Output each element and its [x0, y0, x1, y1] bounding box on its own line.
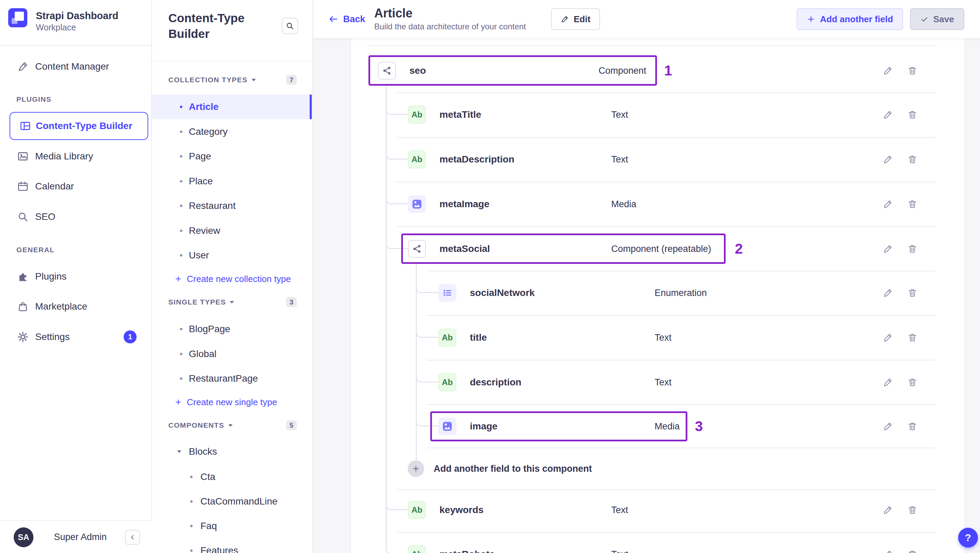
edit-field-button[interactable] — [880, 374, 896, 391]
pencil-icon — [561, 15, 569, 23]
edit-field-button[interactable] — [880, 62, 896, 79]
pencil-icon — [883, 288, 893, 298]
type-item-label: RestaurantPage — [189, 373, 258, 384]
delete-field-button[interactable] — [904, 106, 921, 123]
component-item-cta[interactable]: Cta — [152, 465, 312, 489]
type-item-global[interactable]: Global — [152, 342, 312, 366]
sidebar-item-label: Marketplace — [35, 301, 88, 312]
component-item-ctacommandline[interactable]: CtaCommandLine — [152, 489, 312, 514]
field-name: metaImage — [439, 182, 489, 226]
delete-field-button[interactable] — [904, 241, 921, 257]
avatar[interactable]: SA — [14, 528, 33, 547]
sidebar-item-seo[interactable]: SEO — [0, 203, 152, 230]
save-button[interactable]: Save — [910, 8, 964, 30]
field-row-description[interactable]: AbdescriptionText — [351, 360, 964, 405]
bullet-icon — [190, 550, 192, 552]
nav-section-heading-general: GENERAL — [0, 236, 152, 264]
delete-field-button[interactable] — [904, 502, 921, 518]
component-item-label: Features — [200, 545, 238, 553]
media-field-icon — [438, 418, 456, 435]
edit-field-button[interactable] — [880, 418, 896, 435]
delete-field-button[interactable] — [904, 285, 921, 301]
back-button[interactable]: Back — [328, 12, 365, 27]
field-row-title[interactable]: AbtitleText — [351, 315, 964, 360]
action-create-new-single-type[interactable]: Create new single type — [152, 390, 312, 415]
trash-icon — [907, 110, 918, 120]
pencil-icon — [883, 377, 893, 388]
edit-field-button[interactable] — [880, 285, 896, 301]
sidebar-item-label: Media Library — [35, 151, 93, 162]
collapse-sidebar-button[interactable] — [125, 530, 140, 545]
edit-button[interactable]: Edit — [551, 8, 600, 30]
field-row-metaTitle[interactable]: AbmetaTitleText — [351, 92, 964, 137]
user-name: Super Admin — [54, 532, 107, 542]
delete-field-button[interactable] — [904, 329, 921, 346]
edit-field-button[interactable] — [880, 151, 896, 168]
title-block: Article Build the data architecture of y… — [374, 6, 526, 32]
type-item-user[interactable]: User — [152, 243, 312, 268]
edit-field-button[interactable] — [880, 196, 896, 212]
edit-field-button[interactable] — [880, 546, 896, 553]
sidebar-item-calendar[interactable]: Calendar — [0, 173, 152, 200]
bullet-icon — [180, 180, 182, 183]
field-row-metaSocial[interactable]: metaSocialComponent (repeatable) — [351, 227, 964, 271]
help-button[interactable]: ? — [958, 528, 978, 548]
type-item-place[interactable]: Place — [152, 169, 312, 194]
edit-field-button[interactable] — [880, 329, 896, 346]
field-row-image[interactable]: imageMedia — [351, 404, 964, 448]
sidebar-item-media-library[interactable]: Media Library — [0, 143, 152, 170]
component-category-blocks[interactable]: Blocks — [152, 439, 312, 464]
group-heading-collection-types[interactable]: COLLECTION TYPES7 — [152, 68, 312, 92]
active-accent-bar — [310, 95, 312, 119]
field-type: Media — [655, 404, 680, 448]
sidebar-item-content-type-builder[interactable]: Content-Type Builder — [10, 112, 148, 140]
pencil-icon — [883, 421, 893, 431]
delete-field-button[interactable] — [904, 418, 921, 435]
component-item-faq[interactable]: Faq — [152, 514, 312, 538]
field-row-metaImage[interactable]: metaImageMedia — [351, 182, 964, 226]
delete-field-button[interactable] — [904, 62, 921, 79]
action-create-new-collection-type[interactable]: Create new collection type — [152, 267, 312, 291]
field-row-metaRobots[interactable]: AbmetaRobotsText — [351, 532, 964, 553]
field-row-keywords[interactable]: AbkeywordsText — [351, 488, 964, 532]
field-name: metaRobots — [439, 532, 495, 553]
edit-field-button[interactable] — [880, 106, 896, 123]
sidebar-item-settings[interactable]: Settings1 — [0, 323, 152, 351]
field-row-socialNetwork[interactable]: socialNetworkEnumeration — [351, 271, 964, 315]
type-item-review[interactable]: Review — [152, 218, 312, 243]
field-row-metaDescription[interactable]: AbmetaDescriptionText — [351, 137, 964, 181]
sidebar-item-content-manager[interactable]: Content Manager — [0, 53, 152, 80]
group-count-badge: 5 — [286, 421, 297, 431]
delete-field-button[interactable] — [904, 546, 921, 553]
field-row-seo[interactable]: seoComponent — [351, 48, 964, 93]
field-name: seo — [409, 48, 426, 93]
component-item-features[interactable]: Features — [152, 538, 312, 553]
group-heading-single-types[interactable]: SINGLE TYPES3 — [152, 290, 312, 315]
type-item-article[interactable]: Article — [152, 95, 312, 119]
type-item-restaurant[interactable]: Restaurant — [152, 194, 312, 218]
page-title: Article — [374, 6, 526, 21]
type-item-category[interactable]: Category — [152, 119, 312, 144]
delete-field-button[interactable] — [904, 196, 921, 212]
add-another-field-button[interactable]: Add another field — [797, 8, 903, 30]
trash-icon — [907, 421, 918, 431]
type-item-label: Global — [189, 348, 216, 359]
group-heading-components[interactable]: COMPONENTS5 — [152, 413, 312, 438]
edit-field-button[interactable] — [880, 241, 896, 257]
field-type: Component — [598, 48, 646, 93]
type-item-page[interactable]: Page — [152, 144, 312, 168]
type-item-restaurantpage[interactable]: RestaurantPage — [152, 366, 312, 391]
delete-field-button[interactable] — [904, 374, 921, 391]
add-field-to-component-button[interactable]: Add another field to this component — [351, 447, 964, 491]
bullet-icon — [180, 353, 182, 355]
type-item-blogpage[interactable]: BlogPage — [152, 317, 312, 342]
bullet-icon — [190, 476, 192, 478]
sidebar-item-marketplace[interactable]: Marketplace — [0, 293, 152, 320]
group-heading-label: COLLECTION TYPES — [168, 76, 256, 84]
pencil-icon — [883, 199, 893, 209]
trash-icon — [907, 199, 918, 209]
sidebar-item-plugins[interactable]: Plugins — [0, 263, 152, 290]
delete-field-button[interactable] — [904, 151, 921, 168]
trash-icon — [907, 505, 918, 515]
edit-field-button[interactable] — [880, 502, 896, 518]
